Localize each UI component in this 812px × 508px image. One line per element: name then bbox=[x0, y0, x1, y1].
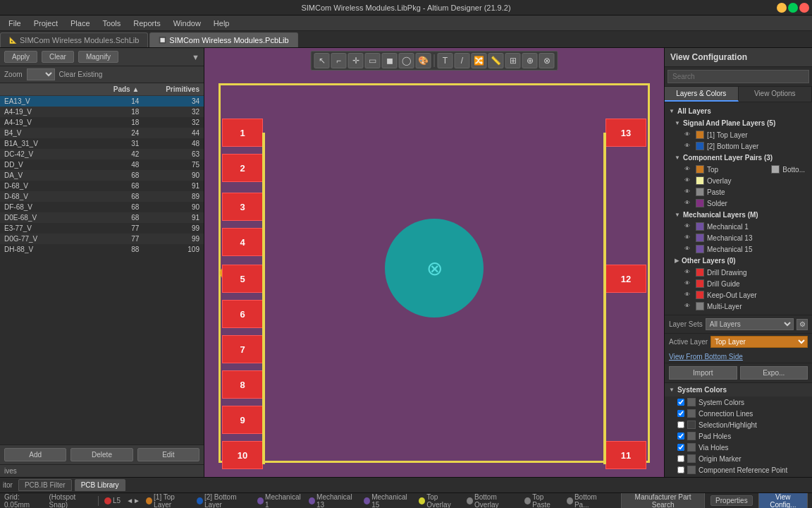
sys-color-checkbox[interactable] bbox=[677, 410, 684, 417]
menu-project[interactable]: Project bbox=[28, 18, 63, 29]
layer-mech15[interactable]: 👁 Mechanical 15 bbox=[675, 243, 808, 255]
via-tool[interactable]: ⊕ bbox=[522, 53, 538, 68]
menu-window[interactable]: Window bbox=[168, 18, 207, 29]
magnify-button[interactable]: Magnify bbox=[78, 51, 118, 63]
pad-2[interactable]: 2 bbox=[222, 154, 263, 182]
pad-1[interactable]: 1 bbox=[222, 119, 263, 147]
menu-reports[interactable]: Reports bbox=[128, 18, 166, 29]
import-button[interactable]: Import bbox=[669, 366, 737, 380]
text-tool[interactable]: T bbox=[438, 53, 453, 68]
layer-keepout[interactable]: 👁 Keep-Out Layer bbox=[675, 289, 808, 301]
layer-multi[interactable]: 👁 Multi-Layer bbox=[675, 301, 808, 312]
all-layers-label[interactable]: ▼ All Layers bbox=[669, 105, 808, 117]
system-colors-header[interactable]: ▼ System Colors bbox=[665, 382, 812, 397]
sys-color-checkbox[interactable] bbox=[677, 455, 684, 462]
eye-drill[interactable]: 👁 bbox=[684, 269, 693, 276]
table-row[interactable]: DD_V 48 75 bbox=[0, 159, 204, 170]
sys-color-checkbox[interactable] bbox=[677, 421, 684, 428]
flip-button[interactable]: View From Bottom Side bbox=[669, 353, 743, 361]
layer-top-overlay[interactable]: 👁 Top Botto... bbox=[675, 164, 808, 175]
eye-top-overlay[interactable]: 👁 bbox=[684, 166, 693, 173]
sys-color-item[interactable]: Origin Marker bbox=[665, 453, 812, 464]
table-row[interactable]: B1A_31_V 31 48 bbox=[0, 138, 204, 149]
minimize-button[interactable] bbox=[777, 3, 787, 13]
eye-overlay[interactable]: 👁 bbox=[684, 177, 693, 184]
table-row[interactable]: D0E-68_V 68 91 bbox=[0, 212, 204, 223]
layer-drill-drawing[interactable]: 👁 Drill Drawing bbox=[675, 267, 808, 278]
layer-top[interactable]: 👁 [1] Top Layer bbox=[675, 129, 808, 140]
col-pads[interactable]: Pads ▲ bbox=[98, 83, 143, 96]
layer-bottom[interactable]: 👁 [2] Bottom Layer bbox=[675, 140, 808, 152]
sys-color-item[interactable]: System Colors bbox=[665, 397, 812, 408]
properties-btn[interactable]: Properties bbox=[710, 495, 753, 506]
tab-layers-colors[interactable]: Layers & Colors bbox=[665, 87, 739, 102]
table-row[interactable]: DH-88_V 88 109 bbox=[0, 244, 204, 255]
view-config-btn[interactable]: View Config... bbox=[758, 492, 808, 508]
menu-help[interactable]: Help bbox=[208, 18, 235, 29]
close-button[interactable] bbox=[799, 3, 809, 13]
sys-color-item[interactable]: Pad Holes bbox=[665, 430, 812, 442]
circle-tool[interactable]: ◯ bbox=[399, 53, 414, 68]
layer-sets-select[interactable]: All Layers bbox=[706, 318, 794, 330]
sys-color-item[interactable]: Connection Lines bbox=[665, 408, 812, 419]
table-row[interactable]: D-68_V 68 91 bbox=[0, 181, 204, 191]
table-row[interactable]: DF-68_V 68 90 bbox=[0, 202, 204, 212]
layer-mech13[interactable]: 👁 Mechanical 13 bbox=[675, 232, 808, 243]
mechanical-header[interactable]: ▼ Mechanical Layers (M) bbox=[675, 209, 808, 221]
sys-color-checkbox[interactable] bbox=[677, 444, 684, 451]
pad-13[interactable]: 13 bbox=[605, 119, 646, 147]
table-row[interactable]: D-68_V 68 89 bbox=[0, 191, 204, 202]
active-layer-select[interactable]: Top Layer bbox=[710, 336, 808, 348]
table-row[interactable]: DC-42_V 42 63 bbox=[0, 149, 204, 159]
apply-button[interactable]: Apply bbox=[4, 51, 37, 63]
route-tool[interactable]: 🔀 bbox=[472, 53, 487, 68]
menu-tools[interactable]: Tools bbox=[97, 18, 127, 29]
delete-button[interactable]: Delete bbox=[70, 448, 133, 461]
sys-color-item[interactable]: Selection/Highlight bbox=[665, 419, 812, 430]
zoom-select[interactable] bbox=[27, 68, 55, 80]
sys-color-checkbox[interactable] bbox=[677, 399, 684, 406]
measure-tool[interactable]: 📏 bbox=[488, 53, 504, 68]
eye-bottom[interactable]: 👁 bbox=[684, 143, 693, 150]
pad-11[interactable]: 11 bbox=[605, 441, 646, 469]
color-tool[interactable]: 🎨 bbox=[416, 53, 431, 68]
table-row[interactable]: D0G-77_V 77 99 bbox=[0, 234, 204, 244]
eye-mech15[interactable]: 👁 bbox=[684, 246, 693, 253]
sys-color-checkbox[interactable] bbox=[677, 466, 684, 473]
eye-drill-guide[interactable]: 👁 bbox=[684, 280, 693, 287]
table-row[interactable]: A4-19_V 18 32 bbox=[0, 117, 204, 128]
manufacturer-search-btn[interactable]: Manufacturer Part Search bbox=[621, 492, 705, 508]
table-row[interactable]: E3-77_V 77 99 bbox=[0, 223, 204, 234]
menu-place[interactable]: Place bbox=[65, 18, 96, 29]
comp-pairs-header[interactable]: ▼ Component Layer Pairs (3) bbox=[675, 152, 808, 164]
sys-color-item[interactable]: Component Reference Point bbox=[665, 464, 812, 476]
pad-9[interactable]: 9 bbox=[222, 406, 263, 434]
btm-tab-library[interactable]: PCB Library bbox=[75, 479, 125, 491]
layer-mech1[interactable]: 👁 Mechanical 1 bbox=[675, 221, 808, 232]
pad-3[interactable]: 3 bbox=[222, 193, 263, 221]
clear-button[interactable]: Clear bbox=[42, 51, 74, 63]
layer-overlay[interactable]: 👁 Overlay bbox=[675, 175, 808, 186]
col-primitives[interactable]: Primitives bbox=[143, 83, 204, 96]
wire-tool[interactable]: ⌐ bbox=[331, 53, 347, 68]
layer-sets-icon-btn[interactable]: ⚙ bbox=[796, 319, 808, 330]
pad-8[interactable]: 8 bbox=[222, 370, 263, 399]
layer-paste[interactable]: 👁 Paste bbox=[675, 186, 808, 198]
table-row[interactable]: DA_V 68 90 bbox=[0, 170, 204, 181]
fill-tool[interactable]: ◼ bbox=[382, 53, 398, 68]
table-row[interactable]: A4-19_V 18 32 bbox=[0, 107, 204, 117]
keepout-tool[interactable]: ⊗ bbox=[539, 53, 555, 68]
sys-color-item[interactable]: Via Holes bbox=[665, 442, 812, 453]
sys-color-item[interactable]: 3D Body Reference Point bbox=[665, 476, 812, 477]
collapse-icon[interactable]: ▼ bbox=[192, 53, 199, 61]
eye-multi[interactable]: 👁 bbox=[684, 303, 693, 310]
eye-solder[interactable]: 👁 bbox=[684, 200, 693, 207]
add-button[interactable]: Add bbox=[4, 448, 66, 461]
eye-keepout[interactable]: 👁 bbox=[684, 291, 693, 298]
tab-view-options[interactable]: View Options bbox=[739, 87, 813, 102]
sys-color-checkbox[interactable] bbox=[677, 433, 684, 440]
table-row[interactable]: B4_V 24 44 bbox=[0, 128, 204, 138]
line-tool[interactable]: / bbox=[455, 53, 470, 68]
pad-12[interactable]: 12 bbox=[605, 265, 646, 293]
btm-tab-filter[interactable]: PCB.IB Filter bbox=[18, 479, 72, 491]
